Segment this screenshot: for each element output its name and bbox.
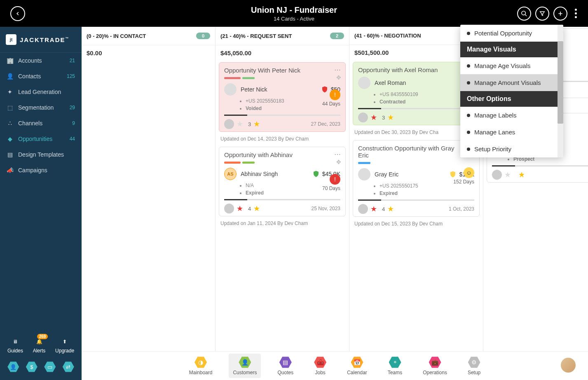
dropdown-item-label: Manage Labels <box>474 112 517 119</box>
sidebar-item-accounts[interactable]: 🏢 Accounts 21 <box>0 53 82 68</box>
lane-count-pill: 2 <box>330 33 344 39</box>
bottom-nav-operations[interactable]: 💼 Operations <box>419 354 451 378</box>
nav-label: Design Templates <box>18 151 70 158</box>
card-title: Construction Opportunity with Gray Eric <box>358 145 474 159</box>
dropdown-item-label: Manage Amount Visuals <box>474 79 541 86</box>
priority-star-icon[interactable]: ★ <box>237 120 243 129</box>
sidebar-item-lead-generation[interactable]: ✦ Lead Generation <box>0 84 82 100</box>
nav-count: 9 <box>72 120 75 126</box>
operations-icon: 💼 <box>429 356 441 368</box>
hex-swap-icon[interactable]: ⇄ <box>63 361 74 373</box>
opportunity-card[interactable]: ⋯ ✥ Opportunity With Peter Nick Peter Ni… <box>219 62 346 132</box>
sidebar-nav: 🏢 Accounts 21👤 Contacts 125✦ Lead Genera… <box>0 53 82 329</box>
dropdown-item-label: Manage Age Visuals <box>474 62 531 69</box>
lane-title: (0 - 20)% - IN CONTACT <box>87 33 146 39</box>
bottom-nav-setup[interactable]: ⚙ Setup <box>464 354 485 378</box>
lane-body <box>82 61 215 351</box>
guides-button[interactable]: 🖥 Guides <box>7 337 23 354</box>
contact-name: Gray Eric <box>375 171 445 178</box>
sidebar-item-segmentation[interactable]: ⬚ Segmentation 29 <box>0 100 82 115</box>
bottom-nav-label: Setup <box>468 370 480 375</box>
brand: jt JACKTRADE™ <box>0 27 82 53</box>
owner-avatar <box>224 119 234 129</box>
opportunity-card[interactable]: ⋯ ✥ Opportunity with Abhinav AS Abhinav … <box>219 147 346 216</box>
nav-icon: 🏢 <box>7 57 13 64</box>
owner-avatar <box>224 204 234 213</box>
priority-star-icon[interactable]: ★ <box>370 204 377 213</box>
sidebar-item-channels[interactable]: ∴ Channels 9 <box>0 115 82 131</box>
contact-avatar <box>224 83 237 96</box>
card-date: 27 Dec, 2023 <box>311 121 340 127</box>
sidebar-item-opportunities[interactable]: ◆ Opportunities 44 <box>0 131 82 147</box>
sidebar-bottom: 🖥 Guides 269 🔔 Alerts ⬆ Upgrade 👤 $ ▭ ⇄ <box>0 329 82 380</box>
days-text: 44 Days <box>322 101 340 107</box>
hex-card-icon[interactable]: ▭ <box>44 361 56 373</box>
dropdown-item-manage-lanes[interactable]: Manage Lanes <box>460 124 563 141</box>
add-button[interactable] <box>553 7 567 21</box>
priority-star-icon[interactable]: ★ <box>504 170 511 179</box>
dropdown-item-manage-labels[interactable]: Manage Labels <box>460 107 563 124</box>
teams-icon: ⚬ <box>389 356 401 368</box>
profile-avatar[interactable] <box>561 358 576 373</box>
hex-dollar-icon[interactable]: $ <box>26 361 37 373</box>
card-label-bars <box>224 77 340 79</box>
bottom-nav-jobs[interactable]: 🧰 Jobs <box>310 354 330 378</box>
contact-avatar <box>358 168 370 181</box>
dropdown-scrollbar[interactable] <box>558 25 563 157</box>
svg-point-0 <box>522 11 525 15</box>
bottom-nav-teams[interactable]: ⚬ Teams <box>384 354 406 378</box>
lane-total: $45,050.00 <box>216 45 349 61</box>
owner-avatar <box>358 204 368 214</box>
nav-count: 21 <box>70 58 75 63</box>
sidebar-item-design-templates[interactable]: ▤ Design Templates <box>0 147 82 162</box>
nav-label: Segmentation <box>18 104 65 111</box>
bottom-nav-calendar[interactable]: 📅 Calendar <box>343 354 371 378</box>
bottom-nav-label: Operations <box>423 370 447 375</box>
back-button[interactable] <box>10 6 25 21</box>
filter-button[interactable] <box>535 7 549 21</box>
dropdown-item-setup-priority[interactable]: Setup Priority <box>460 141 563 157</box>
nav-icon: 📣 <box>7 167 13 174</box>
rating-value: 4 <box>248 206 251 212</box>
lane-count-pill: 0 <box>196 33 210 39</box>
card-menu-icon[interactable]: ⋯ <box>334 150 341 158</box>
hex-person-icon[interactable]: 👤 <box>7 361 19 373</box>
dropdown-item-label: Potential Opportunity <box>474 30 532 37</box>
bottom-nav-customers[interactable]: 👤 Customers <box>229 354 261 378</box>
card-menu-icon[interactable]: ⋯ <box>334 66 341 74</box>
bottom-nav-mainboard[interactable]: ◑ Mainboard <box>185 354 217 378</box>
nav-icon: ⬚ <box>7 104 13 111</box>
card-label-bars <box>358 162 474 164</box>
lane-title: (21 - 40)% - REQUEST SENT <box>220 33 292 39</box>
rating-value: 3 <box>248 121 251 127</box>
upgrade-button[interactable]: ⬆ Upgrade <box>55 337 74 354</box>
card-label-bars <box>224 162 340 164</box>
sidebar-item-campaigns[interactable]: 📣 Campaigns <box>0 162 82 178</box>
days-text: 152 Days <box>453 179 474 185</box>
header-center: Union NJ - Fundraiser 14 Cards - Active <box>8 5 580 22</box>
priority-star-icon[interactable]: ★ <box>370 113 377 122</box>
nav-label: Campaigns <box>18 167 70 174</box>
card-move-icon[interactable]: ✥ <box>336 159 341 165</box>
more-menu-button[interactable] <box>572 5 580 21</box>
warning-icon: ! <box>330 89 340 100</box>
page-title: Union NJ - Fundraiser <box>8 5 580 15</box>
card-title: Opportunity with Axel Roman <box>358 66 474 73</box>
rating-value: 3 <box>382 115 385 121</box>
dropdown-item-potential-opportunity[interactable]: Potential Opportunity <box>460 25 563 42</box>
search-button[interactable] <box>517 7 531 21</box>
alerts-button[interactable]: 269 🔔 Alerts <box>33 337 46 354</box>
bottom-nav-quotes[interactable]: ▤ Quotes <box>273 354 298 378</box>
dropdown-item-manage-age-visuals[interactable]: Manage Age Visuals <box>460 57 563 74</box>
bottom-nav-label: Mainboard <box>189 370 213 375</box>
nav-count: 44 <box>70 136 75 142</box>
lane-total: $0.00 <box>82 45 215 61</box>
priority-star-icon[interactable]: ★ <box>237 204 243 213</box>
card-move-icon[interactable]: ✥ <box>336 74 341 81</box>
nav-count: 29 <box>70 105 75 110</box>
dropdown-item-manage-amount-visuals[interactable]: Manage Amount Visuals <box>460 74 563 91</box>
jobs-icon: 🧰 <box>314 356 326 368</box>
brand-name: JACKTRADE™ <box>20 36 70 43</box>
sidebar-item-contacts[interactable]: 👤 Contacts 125 <box>0 68 82 84</box>
calendar-icon: 📅 <box>351 356 363 368</box>
